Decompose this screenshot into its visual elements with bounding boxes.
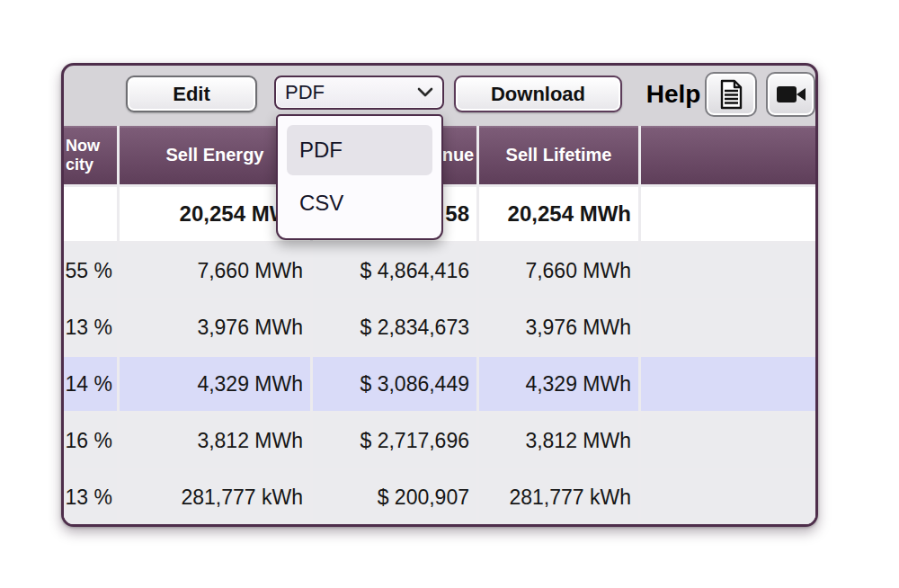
cell-capacity (64, 187, 117, 241)
cell-lifetime: 20,254 MWh (479, 187, 638, 241)
cell-energy: 3,812 MWh (120, 414, 310, 468)
cell-capacity: 55 % (64, 244, 117, 298)
cell-revenue: $ 3,086,449 (313, 357, 476, 411)
cell-lifetime: 7,660 MWh (479, 244, 638, 298)
table-row-selected[interactable]: 14 % 4,329 MWh $ 3,086,449 4,329 MWh (64, 357, 815, 411)
cell-extra (641, 187, 815, 241)
cell-energy: 3,976 MWh (120, 300, 310, 354)
cell-lifetime: 281,777 kWh (479, 470, 638, 524)
help-label: Help (640, 75, 707, 114)
format-select-value: PDF (285, 81, 417, 104)
cell-lifetime: 3,812 MWh (479, 414, 638, 468)
table-row[interactable]: 16 % 3,812 MWh $ 2,717,696 3,812 MWh (64, 414, 815, 468)
menu-item-csv[interactable]: CSV (287, 184, 432, 222)
help-document-button[interactable] (705, 72, 757, 117)
cell-capacity: 13 % (64, 300, 117, 354)
cell-extra (641, 300, 815, 354)
format-dropdown-menu: PDF CSV (276, 114, 443, 240)
download-button[interactable]: Download (454, 76, 622, 112)
edit-button[interactable]: Edit (126, 76, 257, 112)
header-now-capacity: Now city (64, 126, 117, 184)
menu-item-pdf[interactable]: PDF (287, 125, 432, 175)
table-row[interactable]: 55 % 7,660 MWh $ 4,864,416 7,660 MWh (64, 244, 815, 298)
cell-capacity: 13 % (64, 470, 117, 524)
cell-extra (641, 470, 815, 524)
cell-revenue: $ 200,907 (313, 470, 476, 524)
cell-revenue: $ 2,717,696 (313, 414, 476, 468)
download-button-label: Download (491, 83, 585, 106)
cell-capacity: 14 % (64, 357, 117, 411)
video-camera-icon (776, 85, 806, 104)
edit-button-label: Edit (173, 83, 210, 106)
cell-lifetime: 4,329 MWh (479, 357, 638, 411)
cell-extra (641, 414, 815, 468)
screen: Edit PDF Download Help (0, 0, 899, 588)
cell-revenue: $ 2,834,673 (313, 300, 476, 354)
help-video-button[interactable] (766, 72, 815, 117)
cell-extra (641, 357, 815, 411)
header-extra (641, 126, 815, 184)
cell-revenue: $ 4,864,416 (313, 244, 476, 298)
table-row[interactable]: 13 % 3,976 MWh $ 2,834,673 3,976 MWh (64, 300, 815, 354)
cell-extra (641, 244, 815, 298)
cell-energy: 7,660 MWh (120, 244, 310, 298)
cell-energy: 4,329 MWh (120, 357, 310, 411)
format-select[interactable]: PDF (274, 76, 444, 110)
cell-lifetime: 3,976 MWh (479, 300, 638, 354)
table-row[interactable]: 13 % 281,777 kWh $ 200,907 281,777 kWh (64, 470, 815, 524)
cell-energy: 281,777 kWh (120, 470, 310, 524)
chevron-down-icon (417, 87, 433, 98)
document-icon (718, 79, 743, 110)
header-sell-lifetime: Sell Lifetime (479, 126, 638, 184)
cell-capacity: 16 % (64, 414, 117, 468)
report-panel: Edit PDF Download Help (61, 63, 818, 527)
